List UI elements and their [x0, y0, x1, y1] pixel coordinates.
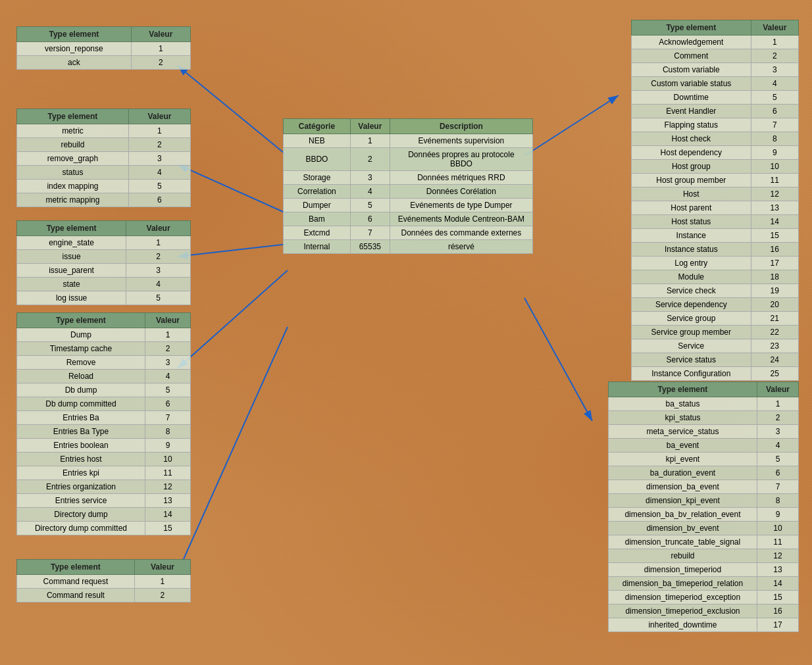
table-cell: 1 — [126, 236, 191, 250]
table-cell: 15 — [751, 229, 798, 243]
ml-col-valeur: Valeur — [128, 109, 190, 124]
table-cell: 12 — [751, 187, 798, 201]
table-row: Storage3Données métriques RRD — [284, 171, 533, 185]
table-cell: 19 — [751, 284, 798, 298]
table-cell: rebuild — [609, 549, 757, 563]
table-cell: Host dependency — [632, 146, 751, 160]
table-cell: Dump — [17, 328, 145, 342]
extcmd-table: Type element Valeur Command request1Comm… — [16, 559, 191, 603]
neb-table: Type element Valeur version_reponse1ack2 — [16, 26, 191, 70]
table-cell: ba_duration_event — [609, 466, 757, 480]
table-cell: Db dump committed — [17, 397, 145, 411]
table-cell: 3 — [126, 264, 191, 278]
table-row: Extcmd7Données des commande externes — [284, 226, 533, 240]
table-cell: 1 — [757, 397, 798, 411]
table-cell: Acknowledgement — [632, 36, 751, 49]
el-col-type: Type element — [17, 560, 135, 575]
table-cell: 3 — [757, 425, 798, 439]
table-cell: 2 — [751, 49, 798, 63]
table-cell: Bam — [284, 212, 351, 226]
table-cell: Custom variable status — [632, 77, 751, 91]
tr-col-type: Type element — [632, 20, 751, 36]
table-cell: Evénements Module Centreon-BAM — [390, 212, 532, 226]
table-cell: Service — [632, 339, 751, 353]
table-cell: Event Handler — [632, 105, 751, 118]
table-cell: 6 — [145, 397, 190, 411]
table-cell: 14 — [757, 577, 798, 591]
table-cell: Log entry — [632, 257, 751, 270]
table-cell: 8 — [751, 132, 798, 146]
table-cell: 13 — [757, 563, 798, 577]
table-cell: 9 — [751, 146, 798, 160]
table-cell: remove_graph — [17, 152, 129, 166]
center-table: Catégorie Valeur Description NEB1Evéneme… — [283, 118, 533, 254]
table-cell: 6 — [350, 212, 390, 226]
correlation-table: Type element Valeur engine_state1issue2i… — [16, 220, 191, 305]
table-cell: 3 — [350, 171, 390, 185]
table-row: Bam6Evénements Module Centreon-BAM — [284, 212, 533, 226]
table-cell: 2 — [145, 342, 190, 356]
neb-right-table: Type element Valeur Acknowledgement1Comm… — [631, 20, 799, 381]
table-cell: Service group — [632, 312, 751, 326]
table-cell: 4 — [757, 439, 798, 453]
table-cell: 7 — [145, 411, 190, 425]
table-cell: 24 — [751, 353, 798, 367]
table-cell: 14 — [751, 215, 798, 229]
table-cell: 2 — [126, 250, 191, 264]
table-cell: 1 — [751, 36, 798, 49]
table-cell: Custom variable — [632, 63, 751, 77]
bam-right-table: Type element Valeur ba_status1kpi_status… — [608, 382, 799, 632]
table-cell: Host status — [632, 215, 751, 229]
table-cell: dimension_timeperiod_exclusion — [609, 604, 757, 618]
table-cell: dimension_timeperiod_exception — [609, 591, 757, 604]
dl-col-valeur: Valeur — [145, 313, 190, 328]
table-cell: 15 — [757, 591, 798, 604]
table-cell: 11 — [757, 535, 798, 549]
table-cell: state — [17, 278, 126, 291]
table-cell: 2 — [350, 148, 390, 171]
table-cell: ba_status — [609, 397, 757, 411]
table-cell: Instance — [632, 229, 751, 243]
table-cell: Host group member — [632, 174, 751, 187]
table-cell: Service status — [632, 353, 751, 367]
table-cell: rebuild — [17, 138, 129, 152]
table-cell: kpi_event — [609, 453, 757, 466]
table-cell: 1 — [134, 575, 190, 589]
table-cell: Command result — [17, 589, 135, 603]
table-cell: Module — [632, 270, 751, 284]
table-cell: 5 — [128, 180, 190, 193]
tl-col-type: Type element — [17, 27, 132, 42]
table-cell: 12 — [145, 480, 190, 494]
table-cell: Données métriques RRD — [390, 171, 532, 185]
table-cell: 5 — [751, 91, 798, 105]
table-cell: 7 — [757, 480, 798, 494]
table-cell: Dumper — [284, 199, 351, 212]
table-cell: Données propres au protocole BBDO — [390, 148, 532, 171]
dumper-table: Type element Valeur Dump1Timestamp cache… — [16, 312, 191, 535]
table-cell: 1 — [145, 328, 190, 342]
table-row: BBDO2Données propres au protocole BBDO — [284, 148, 533, 171]
table-cell: 7 — [350, 226, 390, 240]
cl-col-type: Type element — [17, 221, 126, 236]
table-cell: metric — [17, 124, 129, 138]
storage-table: Type element Valeur metric1rebuild2remov… — [16, 109, 191, 207]
table-cell: 20 — [751, 298, 798, 312]
table-cell: 2 — [134, 589, 190, 603]
table-cell: Entries Ba Type — [17, 425, 145, 439]
table-cell: 9 — [145, 439, 190, 453]
table-cell: NEB — [284, 134, 351, 148]
table-cell: dimension_ba_bv_relation_event — [609, 508, 757, 522]
table-cell: meta_service_status — [609, 425, 757, 439]
table-cell: kpi_status — [609, 411, 757, 425]
table-cell: Comment — [632, 49, 751, 63]
table-cell: version_reponse — [17, 42, 132, 56]
table-cell: Service group member — [632, 326, 751, 339]
table-cell: 8 — [757, 494, 798, 508]
table-cell: dimension_ba_event — [609, 480, 757, 494]
center-col-description: Description — [390, 119, 532, 134]
table-cell: Host check — [632, 132, 751, 146]
table-cell: 1 — [128, 124, 190, 138]
table-cell: 7 — [751, 118, 798, 132]
table-cell: 17 — [751, 257, 798, 270]
table-cell: Internal — [284, 240, 351, 254]
